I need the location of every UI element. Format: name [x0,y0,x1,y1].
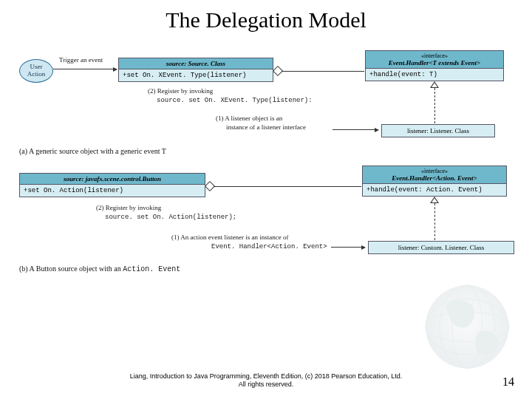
register-label-top: (2) Register by invoking [148,87,213,95]
interface-box-top-name: Event.Handler<T extends Event> [369,59,500,66]
source-box-top: source: Source. Class +set On. XEvent. T… [118,58,273,82]
interface-box-bottom: «interface» Event.Handler<Action. Event>… [362,166,507,197]
source-box-bottom-title: source: javafx.scene.control.Button [23,175,202,183]
footer-line2: All rights reserved. [239,381,294,388]
svg-point-0 [426,285,509,369]
source-box-top-title: source: Source. Class [122,60,270,67]
listener-box-bottom-label: listener: Custom. Listener. Class [398,244,485,251]
svg-point-2 [426,299,509,355]
realization-line-bottom [434,203,435,240]
realization-line-top [434,88,435,123]
interface-box-top-head: «interface» Event.Handler<T extends Even… [366,51,503,69]
interface-box-top-stereo: «interface» [369,52,500,59]
slide-title: The Delegation Model [0,7,532,33]
assoc-line-top [282,71,364,72]
instance-label-top-1: (1) A listener object is an [216,115,282,122]
source-box-top-head: source: Source. Class [119,58,273,69]
svg-point-4 [440,285,495,369]
register-code-top: source. set On. XEvent. Type(listener): [157,97,313,104]
instance-label-top-2: instance of a listener interface [226,123,306,131]
slide: The Delegation Model User Action Trigger… [0,0,532,399]
register-code-bottom: source. set On. Action(listener); [105,214,236,221]
svg-point-1 [426,312,509,341]
caption-b-code: Action. Event [123,265,180,273]
interface-box-bottom-head: «interface» Event.Handler<Action. Event> [363,166,506,184]
trigger-label: Trigger an event [59,56,103,64]
user-action-label: User Action [27,64,46,78]
globe-decoration [406,273,517,369]
interface-box-top-body: +handle(event: T) [366,69,503,81]
svg-point-3 [452,285,482,369]
instance-arrow-top [332,129,378,130]
source-box-bottom-head: source: javafx.scene.control.Button [20,174,205,185]
source-box-top-body: +set On. XEvent. Type(listener) [119,69,273,81]
instance-label-bottom: (1) An action event listener is an insta… [171,233,288,241]
caption-b: (b) A Button source object with an Actio… [19,265,180,273]
interface-box-bottom-body: +handle(event: Action. Event) [363,184,506,196]
listener-box-bottom: listener: Custom. Listener. Class [368,241,514,254]
page-number: 14 [502,375,514,389]
listener-box-top: listener: Listener. Class [381,124,495,137]
user-action-node: User Action [19,59,53,83]
realization-arrowhead-top [430,81,439,88]
instance-arrow-bottom [331,247,365,248]
interface-box-top: «interface» Event.Handler<T extends Even… [365,50,504,81]
interface-box-bottom-name: Event.Handler<Action. Event> [366,174,503,182]
caption-b-prefix: (b) A Button source object with an [19,265,123,273]
listener-box-top-label: listener: Listener. Class [407,127,469,134]
source-box-bottom-body: +set On. Action(listener) [20,185,205,197]
register-label-bottom: (2) Register by invoking [96,204,161,211]
source-box-bottom: source: javafx.scene.control.Button +set… [19,173,205,197]
assoc-line-bottom [214,186,361,187]
realization-arrowhead-bottom [430,197,439,203]
instance-code-bottom: Event. Handler<Action. Event> [211,243,327,250]
caption-a: (a) A generic source object with a gener… [19,147,166,155]
footer-line1: Liang, Introduction to Java Programming,… [130,372,403,380]
footer: Liang, Introduction to Java Programming,… [0,372,532,389]
interface-box-bottom-stereo: «interface» [366,168,503,174]
trigger-arrow [53,69,117,69]
